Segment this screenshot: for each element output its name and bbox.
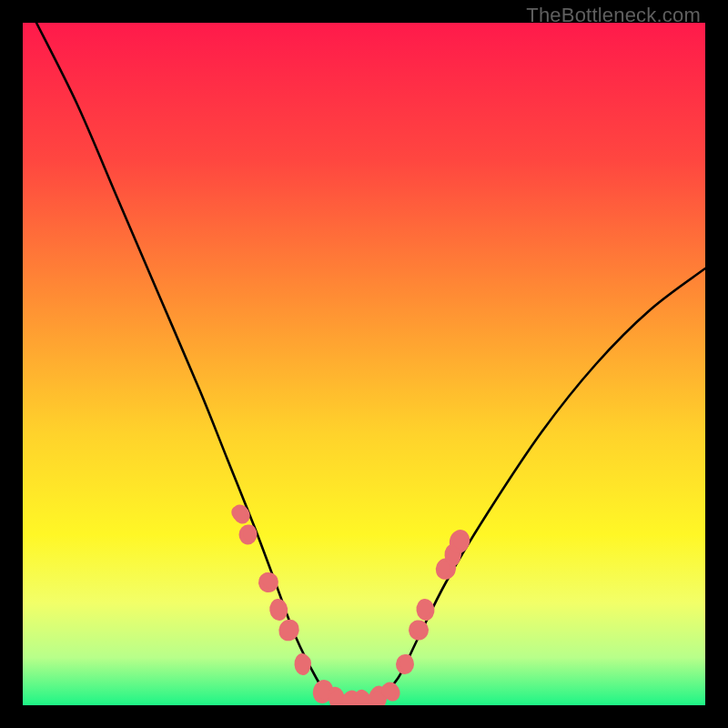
gradient-background [23, 23, 705, 705]
chart-frame [23, 23, 705, 705]
watermark-text: TheBottleneck.com [526, 4, 701, 27]
bottleneck-plot [23, 23, 705, 705]
